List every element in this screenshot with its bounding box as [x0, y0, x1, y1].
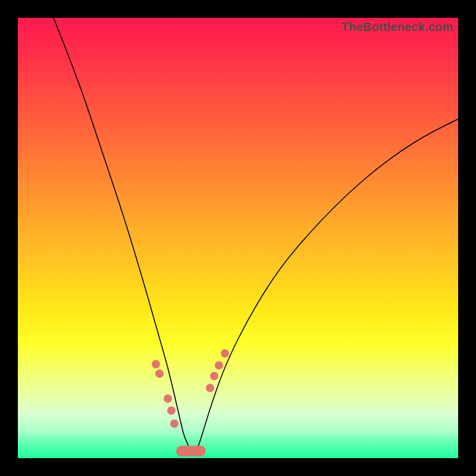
left-curve — [54, 18, 192, 452]
data-point-marker — [215, 361, 223, 369]
data-point-marker — [221, 349, 229, 358]
data-point-marker — [155, 369, 164, 378]
data-point-marker — [210, 372, 218, 380]
data-point-marker — [206, 384, 214, 392]
curves-svg — [18, 18, 458, 458]
marker-bottom-tube — [176, 446, 206, 456]
watermark-label: TheBottleneck.com — [342, 20, 453, 34]
plot-area: TheBottleneck.com — [18, 18, 458, 458]
right-curve — [196, 119, 458, 452]
data-point-marker — [164, 394, 172, 403]
data-point-marker — [152, 360, 160, 368]
data-point-marker — [170, 419, 178, 428]
data-point-marker — [167, 406, 176, 415]
chart-frame: TheBottleneck.com — [0, 0, 476, 476]
